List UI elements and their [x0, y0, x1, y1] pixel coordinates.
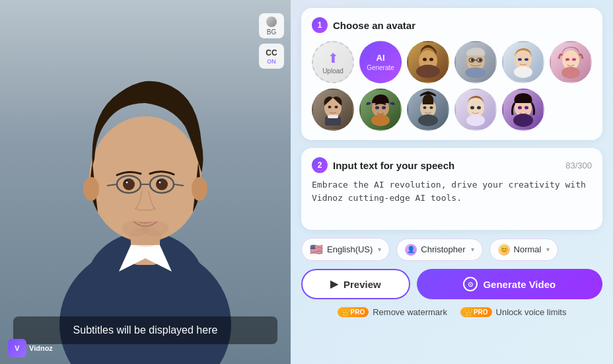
svg-point-41 [335, 106, 338, 108]
choose-avatar-section: 1 Choose an avatar ⬆ Upload AI Generate [301, 8, 602, 140]
generate-button[interactable]: ⊙ Generate Video [417, 269, 602, 299]
svg-point-45 [375, 106, 379, 110]
section2-title: Input text for your speech [333, 160, 454, 171]
step2-badge: 2 [312, 157, 328, 173]
avatar-fantasy-woman[interactable] [502, 89, 544, 131]
man-portrait [33, 20, 258, 364]
subtitle-text: Subtitles will be displayed here [73, 324, 218, 336]
anime-man-icon [503, 42, 543, 82]
bg-button[interactable]: BG [259, 13, 284, 38]
svg-point-18 [83, 177, 99, 201]
svg-point-53 [470, 106, 474, 110]
svg-rect-43 [328, 115, 338, 118]
left-panel: BG CC ON Subtitles will be displayed her… [0, 0, 291, 364]
upload-icon: ⬆ [328, 50, 339, 66]
vidnoz-text: Vidnoz [29, 344, 53, 352]
avatar-ai-button[interactable]: AI Generate [359, 41, 402, 83]
avatar-einstein[interactable] [454, 41, 497, 83]
watermark-pro-item[interactable]: 👑 PRO Remove watermark [338, 307, 447, 317]
language-dropdown[interactable]: 🇺🇸 English(US) ▾ [301, 238, 390, 261]
bg-label: BG [267, 28, 276, 36]
language-chevron-icon: ▾ [378, 246, 381, 253]
pro-badge-voice: 👑 PRO [460, 307, 492, 317]
pro-badge-watermark: 👑 PRO [338, 307, 369, 317]
step1-badge: 1 [312, 17, 328, 33]
ai-sublabel: Generate [367, 64, 394, 71]
young-man-icon [456, 90, 495, 129]
svg-point-9 [156, 178, 168, 190]
svg-point-19 [192, 177, 207, 201]
svg-point-57 [518, 106, 522, 110]
svg-point-17 [129, 227, 162, 247]
cc-button[interactable]: CC ON [259, 44, 284, 69]
speed-icon: 😊 [498, 244, 510, 256]
avatar-grid: ⬆ Upload AI Generate [312, 41, 592, 131]
pro-row: 👑 PRO Remove watermark 👑 PRO Unlock voic… [301, 307, 602, 317]
controls-row: 🇺🇸 English(US) ▾ 👤 Christopher ▾ 😊 Norma… [301, 238, 602, 261]
right-panel: 1 Choose an avatar ⬆ Upload AI Generate [291, 0, 613, 364]
einstein-icon [456, 42, 495, 82]
speed-dropdown[interactable]: 😊 Normal ▾ [489, 238, 559, 261]
fantasy-woman-icon [503, 90, 543, 129]
svg-point-29 [479, 59, 482, 61]
speed-label: Normal [514, 244, 542, 254]
upload-label: Upload [322, 67, 343, 75]
avatar-victorian[interactable] [407, 89, 449, 131]
monalisa-icon [408, 42, 448, 82]
svg-point-47 [371, 114, 390, 126]
svg-point-50 [430, 106, 433, 109]
text-input-section: 2 Input text for your speech 83/300 [301, 148, 602, 230]
voice-chevron-icon: ▾ [471, 246, 474, 253]
crown-icon-voice: 👑 [464, 309, 472, 316]
shakespeare-icon [313, 90, 353, 129]
voice-dropdown[interactable]: 👤 Christopher ▾ [396, 238, 482, 261]
avatar-frida[interactable] [359, 89, 402, 131]
svg-point-23 [416, 65, 440, 78]
cc-status: ON [267, 58, 276, 65]
action-row: ▶ Preview ⊙ Generate Video [301, 269, 602, 299]
voice-pro-item[interactable]: 👑 PRO Unlock voice limits [460, 307, 567, 317]
watermark-label: Remove watermark [373, 307, 447, 317]
voice-user-icon: 👤 [405, 244, 417, 256]
text-header: 2 Input text for your speech 83/300 [312, 157, 592, 173]
preview-play-icon: ▶ [330, 278, 338, 290]
pro-label-watermark: PRO [351, 309, 365, 316]
svg-point-7 [126, 182, 128, 184]
section1-title: Choose an avatar [333, 20, 415, 31]
speed-chevron-icon: ▾ [546, 246, 550, 253]
svg-point-59 [513, 114, 533, 127]
svg-point-11 [159, 182, 161, 184]
avatar-anime-man[interactable] [502, 41, 544, 83]
section1-header: 1 Choose an avatar [312, 17, 592, 33]
speech-textarea[interactable] [312, 178, 592, 218]
avatar-shakespeare[interactable] [312, 89, 354, 131]
frida-icon [361, 90, 400, 129]
avatar-upload-button[interactable]: ⬆ Upload [312, 41, 354, 83]
svg-point-46 [382, 106, 386, 110]
svg-point-54 [477, 106, 481, 110]
svg-point-30 [465, 67, 486, 78]
subtitle-bar: Subtitles will be displayed here [13, 316, 277, 344]
preview-button[interactable]: ▶ Preview [301, 269, 410, 299]
ai-label: AI [377, 53, 385, 63]
voice-label: Christopher [421, 244, 465, 254]
vidnoz-logo: V Vidnoz [8, 339, 53, 357]
svg-point-40 [328, 106, 332, 108]
svg-point-49 [423, 106, 427, 109]
victorian-icon [408, 90, 448, 129]
anime-woman-icon [551, 42, 591, 82]
avatar-monalisa[interactable] [407, 41, 449, 83]
svg-point-33 [524, 58, 528, 61]
pro-label-voice: PRO [474, 309, 488, 316]
language-label: English(US) [327, 244, 373, 254]
avatar-young-man[interactable] [454, 89, 497, 131]
svg-point-36 [565, 58, 569, 61]
cc-label: CC [266, 48, 277, 57]
avatar-anime-woman[interactable] [550, 41, 592, 83]
avatar-preview: BG CC ON Subtitles will be displayed her… [0, 0, 291, 364]
svg-point-58 [524, 106, 528, 110]
generate-label: Generate Video [483, 279, 556, 290]
svg-point-51 [418, 114, 438, 126]
svg-point-22 [429, 58, 433, 61]
svg-point-32 [518, 58, 522, 61]
